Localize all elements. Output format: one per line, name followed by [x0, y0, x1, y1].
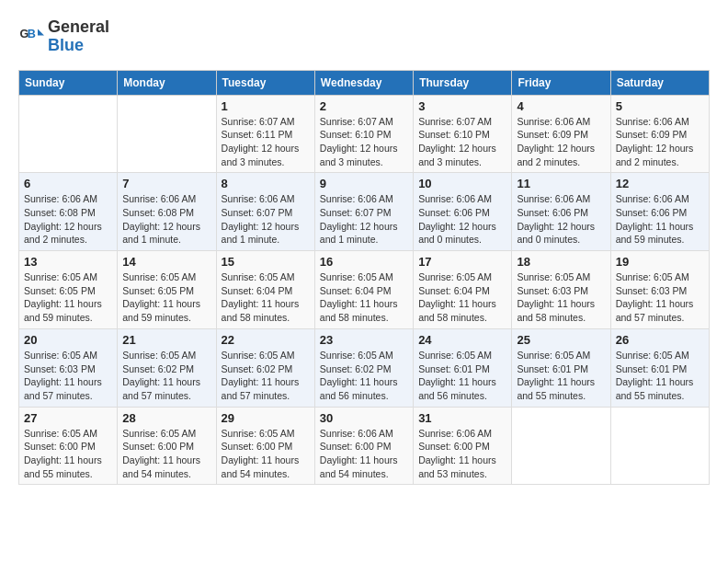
day-cell: 22Sunrise: 6:05 AM Sunset: 6:02 PM Dayli…	[216, 328, 314, 407]
day-number: 3	[418, 99, 506, 113]
week-row-3: 13Sunrise: 6:05 AM Sunset: 6:05 PM Dayli…	[19, 251, 710, 329]
day-cell: 8Sunrise: 6:06 AM Sunset: 6:07 PM Daylig…	[216, 173, 314, 251]
day-cell: 17Sunrise: 6:05 AM Sunset: 6:04 PM Dayli…	[414, 251, 512, 329]
day-cell	[512, 407, 610, 485]
week-row-4: 20Sunrise: 6:05 AM Sunset: 6:03 PM Dayli…	[19, 328, 710, 407]
day-cell: 6Sunrise: 6:06 AM Sunset: 6:08 PM Daylig…	[19, 173, 118, 251]
day-info: Sunrise: 6:05 AM Sunset: 6:02 PM Dayligh…	[222, 349, 310, 403]
day-header-sunday: Sunday	[19, 70, 118, 95]
day-info: Sunrise: 6:05 AM Sunset: 6:00 PM Dayligh…	[222, 427, 310, 481]
day-cell: 2Sunrise: 6:07 AM Sunset: 6:10 PM Daylig…	[314, 95, 413, 173]
day-cell: 4Sunrise: 6:06 AM Sunset: 6:09 PM Daylig…	[512, 95, 610, 173]
svg-text:B: B	[28, 28, 36, 40]
day-number: 24	[418, 333, 506, 347]
day-number: 13	[24, 255, 112, 269]
calendar-table: SundayMondayTuesdayWednesdayThursdayFrid…	[18, 70, 710, 486]
day-number: 6	[24, 177, 112, 190]
logo-text: General Blue	[48, 18, 109, 55]
day-cell: 31Sunrise: 6:06 AM Sunset: 6:00 PM Dayli…	[414, 407, 512, 485]
day-cell: 20Sunrise: 6:05 AM Sunset: 6:03 PM Dayli…	[19, 328, 118, 407]
day-number: 14	[122, 255, 210, 269]
day-info: Sunrise: 6:05 AM Sunset: 6:03 PM Dayligh…	[24, 349, 112, 403]
day-header-saturday: Saturday	[610, 70, 709, 95]
day-number: 23	[320, 333, 408, 347]
day-info: Sunrise: 6:06 AM Sunset: 6:08 PM Dayligh…	[24, 192, 112, 247]
day-info: Sunrise: 6:05 AM Sunset: 6:04 PM Dayligh…	[418, 270, 506, 325]
day-cell: 16Sunrise: 6:05 AM Sunset: 6:04 PM Dayli…	[314, 251, 413, 329]
day-cell: 7Sunrise: 6:06 AM Sunset: 6:08 PM Daylig…	[118, 173, 216, 251]
day-cell: 29Sunrise: 6:05 AM Sunset: 6:00 PM Dayli…	[216, 407, 314, 485]
day-number: 30	[320, 411, 408, 425]
day-number: 2	[320, 99, 408, 113]
day-info: Sunrise: 6:07 AM Sunset: 6:10 PM Dayligh…	[418, 115, 506, 169]
day-number: 20	[24, 333, 112, 347]
day-cell: 1Sunrise: 6:07 AM Sunset: 6:11 PM Daylig…	[216, 95, 314, 173]
week-row-2: 6Sunrise: 6:06 AM Sunset: 6:08 PM Daylig…	[19, 173, 710, 251]
day-number: 16	[320, 255, 408, 269]
day-number: 5	[616, 99, 704, 113]
day-cell: 23Sunrise: 6:05 AM Sunset: 6:02 PM Dayli…	[314, 328, 413, 407]
day-info: Sunrise: 6:05 AM Sunset: 6:03 PM Dayligh…	[517, 270, 605, 325]
day-info: Sunrise: 6:06 AM Sunset: 6:07 PM Dayligh…	[222, 192, 310, 247]
day-cell: 10Sunrise: 6:06 AM Sunset: 6:06 PM Dayli…	[414, 173, 512, 251]
day-info: Sunrise: 6:06 AM Sunset: 6:09 PM Dayligh…	[616, 115, 704, 169]
day-info: Sunrise: 6:05 AM Sunset: 6:02 PM Dayligh…	[122, 349, 210, 403]
day-info: Sunrise: 6:06 AM Sunset: 6:06 PM Dayligh…	[517, 192, 605, 247]
day-cell: 18Sunrise: 6:05 AM Sunset: 6:03 PM Dayli…	[512, 251, 610, 329]
logo-icon: G B	[18, 24, 44, 50]
day-info: Sunrise: 6:07 AM Sunset: 6:11 PM Dayligh…	[222, 115, 310, 169]
day-number: 29	[222, 411, 310, 425]
day-info: Sunrise: 6:05 AM Sunset: 6:05 PM Dayligh…	[122, 270, 210, 325]
day-cell: 15Sunrise: 6:05 AM Sunset: 6:04 PM Dayli…	[216, 251, 314, 329]
day-info: Sunrise: 6:06 AM Sunset: 6:08 PM Dayligh…	[122, 192, 210, 247]
day-info: Sunrise: 6:06 AM Sunset: 6:06 PM Dayligh…	[418, 192, 506, 247]
day-info: Sunrise: 6:05 AM Sunset: 6:01 PM Dayligh…	[517, 349, 605, 403]
day-number: 27	[24, 411, 112, 425]
day-cell: 26Sunrise: 6:05 AM Sunset: 6:01 PM Dayli…	[610, 328, 709, 407]
svg-marker-2	[38, 29, 44, 35]
day-header-thursday: Thursday	[414, 70, 512, 95]
day-number: 10	[418, 177, 506, 190]
day-cell	[610, 407, 709, 485]
day-info: Sunrise: 6:06 AM Sunset: 6:00 PM Dayligh…	[320, 427, 408, 481]
day-cell	[118, 95, 216, 173]
day-cell: 9Sunrise: 6:06 AM Sunset: 6:07 PM Daylig…	[314, 173, 413, 251]
day-info: Sunrise: 6:05 AM Sunset: 6:00 PM Dayligh…	[24, 427, 112, 481]
day-info: Sunrise: 6:05 AM Sunset: 6:02 PM Dayligh…	[320, 349, 408, 403]
day-cell: 24Sunrise: 6:05 AM Sunset: 6:01 PM Dayli…	[414, 328, 512, 407]
day-cell	[19, 95, 118, 173]
day-cell: 3Sunrise: 6:07 AM Sunset: 6:10 PM Daylig…	[414, 95, 512, 173]
day-number: 31	[418, 411, 506, 425]
day-info: Sunrise: 6:05 AM Sunset: 6:01 PM Dayligh…	[418, 349, 506, 403]
day-number: 12	[616, 177, 704, 190]
week-row-5: 27Sunrise: 6:05 AM Sunset: 6:00 PM Dayli…	[19, 407, 710, 485]
day-number: 15	[222, 255, 310, 269]
day-info: Sunrise: 6:05 AM Sunset: 6:04 PM Dayligh…	[320, 270, 408, 325]
day-info: Sunrise: 6:06 AM Sunset: 6:09 PM Dayligh…	[517, 115, 605, 169]
day-number: 25	[517, 333, 605, 347]
day-info: Sunrise: 6:05 AM Sunset: 6:01 PM Dayligh…	[616, 349, 704, 403]
day-cell: 30Sunrise: 6:06 AM Sunset: 6:00 PM Dayli…	[314, 407, 413, 485]
day-header-monday: Monday	[118, 70, 216, 95]
day-number: 26	[616, 333, 704, 347]
day-header-row: SundayMondayTuesdayWednesdayThursdayFrid…	[19, 70, 710, 95]
day-header-wednesday: Wednesday	[314, 70, 413, 95]
day-cell: 14Sunrise: 6:05 AM Sunset: 6:05 PM Dayli…	[118, 251, 216, 329]
day-cell: 11Sunrise: 6:06 AM Sunset: 6:06 PM Dayli…	[512, 173, 610, 251]
day-cell: 25Sunrise: 6:05 AM Sunset: 6:01 PM Dayli…	[512, 328, 610, 407]
day-number: 17	[418, 255, 506, 269]
day-number: 1	[222, 99, 310, 113]
day-number: 8	[222, 177, 310, 190]
day-number: 11	[517, 177, 605, 190]
day-info: Sunrise: 6:05 AM Sunset: 6:05 PM Dayligh…	[24, 270, 112, 325]
day-info: Sunrise: 6:05 AM Sunset: 6:00 PM Dayligh…	[122, 427, 210, 481]
day-cell: 5Sunrise: 6:06 AM Sunset: 6:09 PM Daylig…	[610, 95, 709, 173]
logo: G B General Blue	[18, 18, 109, 55]
day-info: Sunrise: 6:05 AM Sunset: 6:04 PM Dayligh…	[222, 270, 310, 325]
day-info: Sunrise: 6:06 AM Sunset: 6:06 PM Dayligh…	[616, 192, 704, 247]
day-header-tuesday: Tuesday	[216, 70, 314, 95]
day-header-friday: Friday	[512, 70, 610, 95]
day-cell: 13Sunrise: 6:05 AM Sunset: 6:05 PM Dayli…	[19, 251, 118, 329]
day-number: 4	[517, 99, 605, 113]
day-info: Sunrise: 6:05 AM Sunset: 6:03 PM Dayligh…	[616, 270, 704, 325]
